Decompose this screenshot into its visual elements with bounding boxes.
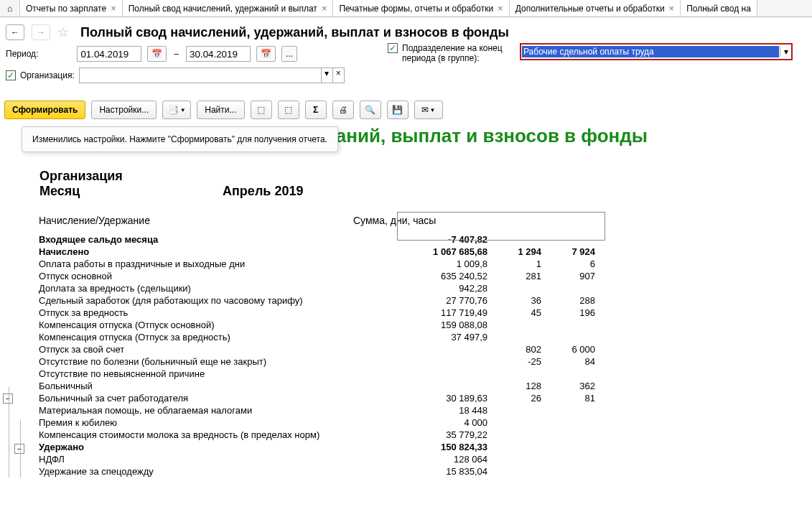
forward-button[interactable]: → — [32, 24, 50, 40]
table-row[interactable]: Премия к юбилею4 000 — [10, 416, 812, 429]
org-value — [80, 68, 321, 83]
page-title: Полный свод начислений, удержаний, выпла… — [80, 25, 509, 40]
tabs-bar: ⌂ Отчеты по зарплате× Полный свод начисл… — [0, 0, 812, 17]
save-settings-button[interactable]: 📑▼ — [162, 101, 191, 119]
tab-full-summary[interactable]: Полный свод начислений, удержаний и выпл… — [123, 0, 334, 17]
meta-month-label: Месяц — [39, 184, 223, 199]
table-row[interactable]: Больничный за счет работодателя30 189,63… — [10, 392, 812, 404]
collapse-icon[interactable]: ⬚ — [278, 101, 299, 119]
clear-icon[interactable]: × — [332, 68, 344, 83]
table-row[interactable]: Удержано150 824,33 — [10, 441, 812, 453]
table-row[interactable]: Удержание за спецодежду15 835,04 — [10, 465, 812, 478]
tab-label: Отчеты по зарплате — [26, 4, 106, 14]
table-row[interactable]: Сдельный заработок (для работающих по ча… — [10, 294, 812, 307]
home-icon: ⌂ — [7, 4, 12, 14]
expand-icon[interactable]: ⬚ — [251, 101, 272, 119]
org-row: ✓ Организация: ▾ × — [0, 65, 812, 86]
close-icon[interactable]: × — [322, 3, 327, 14]
tab-reports[interactable]: Отчеты по зарплате× — [20, 0, 123, 17]
generate-button[interactable]: Сформировать — [4, 101, 85, 119]
period-label: Период: — [6, 49, 38, 59]
title-row: ← → ☆ Полный свод начислений, удержаний,… — [0, 17, 812, 43]
save-icon[interactable]: 💾 — [387, 101, 409, 119]
subdivision-field[interactable]: Рабочие сдельной оплаты труда ▾ — [520, 43, 793, 60]
table-row[interactable]: НДФЛ128 064 — [10, 453, 812, 465]
table-row[interactable]: Компенсация отпуска (Отпуск за вредность… — [10, 331, 812, 343]
close-icon[interactable]: × — [111, 3, 116, 14]
table-row[interactable]: Отпуск за вредность117 719,4945196 — [10, 307, 812, 319]
table-row[interactable]: Компенсация отпуска (Отпуск основной)159… — [10, 319, 812, 331]
period-more-button[interactable]: ... — [281, 46, 297, 62]
print-icon[interactable]: 🖨 — [332, 101, 354, 119]
close-icon[interactable]: × — [669, 3, 675, 14]
button-label: Сформировать — [12, 105, 78, 115]
table-row[interactable]: Отпуск основной635 240,52281907 — [10, 270, 812, 282]
tab-label: Полный свод начислений, удержаний и выпл… — [129, 4, 317, 14]
settings-changed-hint: Изменились настройки. Нажмите "Сформиров… — [22, 126, 338, 152]
meta-month-value: Апрель 2019 — [223, 184, 303, 199]
settings-button[interactable]: Настройки... — [91, 101, 157, 119]
calendar-icon[interactable]: 📅 — [256, 46, 276, 62]
tab-label: Печатные формы, отчеты и обработки — [339, 4, 493, 14]
preview-icon[interactable]: 🔍 — [360, 101, 381, 119]
org-select[interactable]: ▾ × — [79, 67, 345, 83]
sum-icon[interactable]: Σ — [305, 101, 327, 119]
subdivision-checkbox[interactable]: ✓ — [388, 43, 398, 53]
chevron-down-icon[interactable]: ▾ — [780, 47, 791, 57]
report-meta: Организация МесяцАпрель 2019 — [39, 169, 812, 199]
back-button[interactable]: ← — [6, 24, 24, 40]
empty-box — [397, 212, 605, 241]
subdivision-label: Подразделение на конец периода (в группе… — [402, 43, 515, 63]
date-to-input[interactable] — [186, 46, 251, 62]
button-label: Найти... — [205, 105, 236, 115]
org-label: Организация: — [20, 70, 75, 80]
table-row[interactable]: Отсутствие по болезни (больничный еще не… — [10, 355, 812, 368]
table-row[interactable]: Оплата работы в праздничные и выходные д… — [10, 258, 812, 270]
tab-label: Дополнительные отчеты и обработки — [515, 4, 665, 14]
find-button[interactable]: Найти... — [197, 101, 244, 119]
report-toolbar: Сформировать Настройки... 📑▼ Найти... ⬚ … — [0, 95, 812, 125]
meta-org-label: Организация — [39, 169, 223, 184]
org-checkbox[interactable]: ✓ — [6, 70, 16, 80]
table-row[interactable]: Компенсация стоимости молока за вредност… — [10, 429, 812, 441]
favorite-icon[interactable]: ☆ — [57, 24, 69, 40]
tab-extra-reports[interactable]: Дополнительные отчеты и обработки× — [510, 0, 681, 17]
calendar-icon[interactable]: 📅 — [147, 46, 167, 62]
tab-print-forms[interactable]: Печатные формы, отчеты и обработки× — [333, 0, 509, 17]
table-body: Входящее сальдо месяца-7 407,82Начислено… — [10, 233, 812, 478]
tree-toggle[interactable]: − — [3, 393, 13, 404]
mail-icon[interactable]: ✉▼ — [414, 101, 443, 119]
report-area: Изменились настройки. Нажмите "Сформиров… — [0, 125, 812, 478]
chevron-down-icon[interactable]: ▾ — [321, 68, 332, 83]
table-row[interactable]: Больничный128362 — [10, 380, 812, 392]
col-name: Начисление/Удержание — [39, 215, 353, 226]
close-icon[interactable]: × — [498, 3, 503, 14]
home-tab[interactable]: ⌂ — [0, 0, 20, 17]
date-from-input[interactable] — [77, 46, 141, 62]
table-row[interactable]: Отпуск за свой счет8026 000 — [10, 343, 812, 355]
table-row[interactable]: Начислено1 067 685,681 2947 924 — [10, 246, 812, 258]
tree-toggle[interactable]: − — [14, 444, 24, 454]
table-row[interactable]: Доплата за вредность (сдельщики)942,28 — [10, 282, 812, 294]
table-row[interactable]: Отсутствие по невыясненной причине — [10, 368, 812, 380]
button-label: Настройки... — [99, 105, 149, 115]
tab-full-summary2[interactable]: Полный свод на — [681, 0, 757, 17]
table-row[interactable]: Материальная помощь, не облагаемая налог… — [10, 404, 812, 416]
subdivision-value: Рабочие сдельной оплаты труда — [522, 46, 779, 57]
tab-label: Полный свод на — [686, 4, 751, 14]
